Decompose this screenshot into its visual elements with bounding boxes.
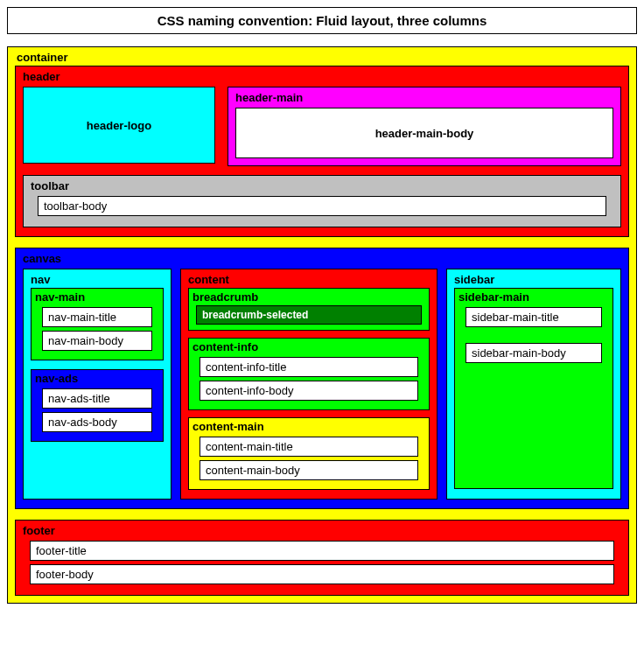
page-title: CSS naming convention: Fluid layout, thr… [7, 7, 637, 34]
content-main-body: content-main-body [200, 460, 418, 480]
header-main-label: header-main [235, 91, 613, 108]
footer-label: footer [23, 524, 621, 537]
content-main-label: content-main [192, 420, 425, 433]
nav-main-label: nav-main [35, 290, 159, 304]
canvas: canvas nav nav-main nav-main-title nav-m… [15, 248, 629, 509]
nav-main-body: nav-main-body [42, 331, 152, 351]
nav-ads: nav-ads nav-ads-title nav-ads-body [31, 369, 164, 442]
content-info-title: content-info-title [200, 357, 418, 377]
footer: footer footer-title footer-body [15, 520, 629, 596]
nav: nav nav-main nav-main-title nav-main-bod… [23, 269, 172, 500]
header: header header-logo header-main header-ma… [15, 66, 629, 237]
canvas-label: canvas [23, 252, 621, 269]
nav-ads-title: nav-ads-title [42, 388, 152, 409]
sidebar-main: sidebar-main sidebar-main-title sidebar-… [454, 288, 613, 489]
sidebar: sidebar sidebar-main sidebar-main-title … [446, 269, 621, 500]
nav-ads-label: nav-ads [35, 372, 159, 385]
nav-ads-body: nav-ads-body [42, 412, 152, 432]
header-logo: header-logo [23, 87, 215, 164]
footer-body: footer-body [30, 564, 614, 584]
breadcrumb-selected: breadcrumb-selected [196, 305, 422, 325]
content-main-title: content-main-title [200, 437, 418, 457]
content-info-body: content-info-body [200, 381, 418, 401]
breadcrumb: breadcrumb breadcrumb-selected [188, 288, 430, 331]
sidebar-main-body: sidebar-main-body [466, 343, 602, 363]
toolbar: toolbar toolbar-body [23, 175, 621, 227]
header-main: header-main header-main-body [228, 87, 621, 166]
nav-main: nav-main nav-main-title nav-main-body [31, 288, 164, 360]
breadcrumb-label: breadcrumb [192, 290, 425, 304]
content-info-label: content-info [192, 340, 425, 353]
header-label: header [23, 70, 621, 87]
toolbar-body: toolbar-body [38, 196, 606, 216]
nav-main-title: nav-main-title [42, 307, 152, 327]
content-info: content-info content-info-title content-… [188, 338, 430, 410]
sidebar-main-title: sidebar-main-title [466, 307, 602, 327]
sidebar-label: sidebar [454, 273, 613, 288]
footer-title: footer-title [30, 541, 614, 561]
nav-label: nav [31, 273, 164, 288]
container-label: container [15, 51, 629, 66]
content: content breadcrumb breadcrumb-selected c… [180, 269, 438, 500]
container: container header header-logo header-main… [7, 46, 637, 604]
content-label: content [188, 273, 430, 288]
header-main-body: header-main-body [235, 108, 613, 158]
sidebar-main-label: sidebar-main [458, 290, 609, 304]
content-main: content-main content-main-title content-… [188, 417, 430, 490]
toolbar-label: toolbar [31, 179, 613, 192]
